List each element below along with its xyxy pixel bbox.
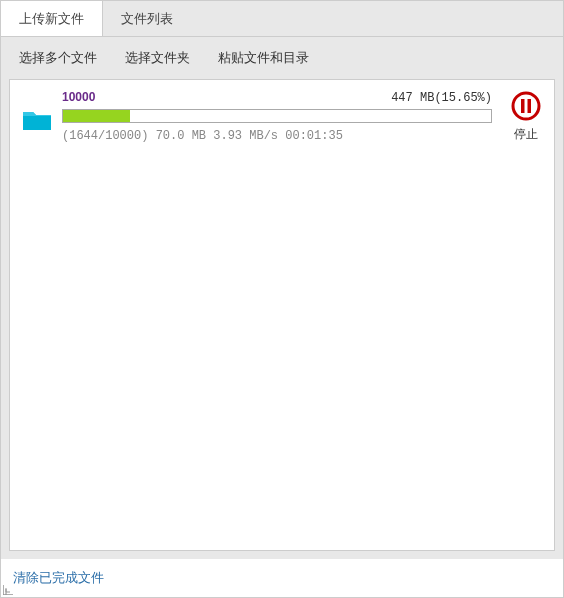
select-folder-button[interactable]: 选择文件夹 xyxy=(125,49,190,67)
upload-header: 10000 447 MB(15.65%) xyxy=(62,90,492,105)
stop-label: 停止 xyxy=(514,126,538,143)
tab-upload-new[interactable]: 上传新文件 xyxy=(1,1,103,36)
select-multiple-files-button[interactable]: 选择多个文件 xyxy=(19,49,97,67)
tab-file-list[interactable]: 文件列表 xyxy=(103,1,191,36)
tabs: 上传新文件 文件列表 xyxy=(1,1,563,37)
toolbar: 选择多个文件 选择文件夹 粘贴文件和目录 xyxy=(1,37,563,79)
upload-size: 447 MB(15.65%) xyxy=(391,91,492,105)
pause-icon xyxy=(510,90,542,122)
progress-fill xyxy=(63,110,130,122)
upload-stats: (1644/10000) 70.0 MB 3.93 MB/s 00:01:35 xyxy=(62,129,492,143)
folder-icon xyxy=(22,108,52,132)
svg-rect-2 xyxy=(528,99,532,113)
clear-finished-link[interactable]: 清除已完成文件 xyxy=(13,570,104,585)
upload-body: 10000 447 MB(15.65%) (1644/10000) 70.0 M… xyxy=(62,90,492,143)
upload-list[interactable]: 10000 447 MB(15.65%) (1644/10000) 70.0 M… xyxy=(9,79,555,551)
upload-item: 10000 447 MB(15.65%) (1644/10000) 70.0 M… xyxy=(22,90,542,143)
svg-point-0 xyxy=(513,93,539,119)
uploaded-bytes: 70.0 MB xyxy=(156,129,206,143)
upload-speed: 3.93 MB/s xyxy=(213,129,278,143)
stop-button[interactable]: 停止 xyxy=(510,90,542,143)
resize-handle-icon[interactable] xyxy=(3,581,17,595)
upload-eta: 00:01:35 xyxy=(285,129,343,143)
upload-panel: 上传新文件 文件列表 选择多个文件 选择文件夹 粘贴文件和目录 10000 44… xyxy=(0,0,564,598)
progress-count: (1644/10000) xyxy=(62,129,148,143)
paste-files-button[interactable]: 粘贴文件和目录 xyxy=(218,49,309,67)
svg-rect-1 xyxy=(521,99,525,113)
footer: 清除已完成文件 xyxy=(1,559,563,597)
upload-name: 10000 xyxy=(62,90,95,104)
progress-bar xyxy=(62,109,492,123)
